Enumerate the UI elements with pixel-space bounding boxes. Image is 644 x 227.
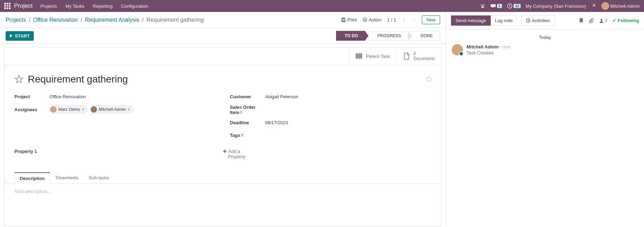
svg-point-5	[600, 19, 602, 20]
bookmark-icon[interactable]	[579, 18, 584, 23]
help-icon[interactable]: ?	[241, 134, 243, 138]
nav-mytasks[interactable]: My Tasks	[65, 4, 84, 9]
activities-icon[interactable]: 42	[507, 3, 521, 9]
parent-task-icon	[355, 53, 362, 60]
stage-done[interactable]: DONE	[412, 31, 440, 41]
nav-projects[interactable]: Projects	[40, 4, 57, 9]
followers-button[interactable]: 2	[599, 18, 607, 23]
chatter-date-label: Today	[452, 35, 638, 40]
user-menu[interactable]: Mitchell Admin	[601, 2, 640, 10]
following-button[interactable]: ✓ Following	[612, 18, 639, 23]
send-message-button[interactable]: Send message	[451, 15, 491, 26]
label-salesorder: Sales Order Item?	[230, 105, 265, 115]
help-icon[interactable]: ?	[240, 111, 242, 115]
log-note-button[interactable]: Log note	[491, 15, 517, 26]
top-navbar: Project Projects My Tasks Reporting Conf…	[0, 0, 644, 12]
breadcrumb-office-renovation[interactable]: Office Renovation	[33, 17, 78, 23]
user-name: Mitchell Admin	[610, 4, 640, 9]
label-deadline: Deadline	[230, 120, 265, 125]
field-deadline[interactable]: 08/17/2023	[265, 120, 288, 125]
label-project: Project	[14, 94, 50, 99]
task-title[interactable]: Requirement gathering	[28, 74, 422, 85]
remove-icon[interactable]: ×	[82, 107, 84, 112]
print-icon	[341, 18, 346, 22]
avatar	[601, 2, 609, 10]
breadcrumb-req-analysis[interactable]: Requirement Analysis	[85, 17, 140, 23]
chatter-message: Mitchell Admin - now Task Created	[452, 44, 638, 55]
clock-icon	[526, 18, 530, 23]
label-assignees: Assignees	[14, 107, 50, 112]
start-button[interactable]: START	[6, 31, 34, 41]
stage-progress[interactable]: PROGRESS	[368, 31, 408, 41]
form-sheet: Parent Task 0 Documents Requirement gath…	[4, 47, 442, 226]
field-customer[interactable]: Abigail Peterson	[265, 94, 298, 99]
parent-task-button[interactable]: Parent Task	[349, 48, 396, 65]
add-property-button[interactable]: ✚ Add a Property	[223, 149, 245, 159]
apps-icon[interactable]	[4, 3, 11, 9]
chatter-pane: Send message Log note Activities 2 ✓ Fol…	[446, 12, 644, 227]
document-icon	[403, 52, 410, 60]
message-time: - now	[500, 45, 510, 49]
avatar	[91, 106, 97, 113]
breadcrumb-bar: Projects / Office Renovation / Requireme…	[0, 12, 446, 28]
remove-icon[interactable]: ×	[128, 107, 130, 112]
debug-icon[interactable]	[591, 3, 597, 9]
state-dot[interactable]	[426, 77, 431, 82]
check-icon: ✓	[612, 18, 616, 23]
tab-timesheets[interactable]: Timesheets	[50, 172, 84, 183]
assignee-tag[interactable]: Marc Demo×	[50, 106, 87, 113]
pager[interactable]: 1 / 1	[387, 17, 396, 22]
svg-rect-2	[356, 55, 362, 56]
tab-subtasks[interactable]: Sub-tasks	[83, 172, 114, 183]
svg-rect-3	[356, 57, 362, 58]
property1-label: Property 1	[14, 149, 223, 159]
action-button[interactable]: Action	[362, 17, 381, 22]
user-icon	[599, 18, 604, 23]
message-text: Task Created	[466, 50, 638, 55]
tab-content-description[interactable]: Task description...	[5, 184, 441, 226]
new-button[interactable]: New	[422, 15, 440, 24]
label-customer: Customer	[230, 94, 265, 99]
plus-icon: ✚	[223, 149, 227, 159]
avatar[interactable]	[452, 44, 463, 55]
company-switcher[interactable]: My Company (San Francisco)	[526, 4, 586, 9]
tabs: Description Timesheets Sub-tasks	[5, 172, 441, 184]
documents-button[interactable]: 0 Documents	[396, 48, 441, 65]
label-tags: Tags?	[230, 133, 265, 138]
svg-rect-1	[356, 54, 362, 55]
app-brand[interactable]: Project	[14, 2, 33, 9]
activities-badge: 42	[514, 4, 521, 8]
assignee-tag[interactable]: Mitchell Admin×	[90, 106, 133, 113]
attachment-icon[interactable]	[589, 18, 594, 23]
description-placeholder: Task description...	[14, 189, 431, 194]
breadcrumb-projects[interactable]: Projects	[6, 17, 26, 23]
pager-next[interactable]: ›	[412, 17, 416, 23]
avatar	[50, 106, 57, 113]
stage-todo[interactable]: TO DO	[336, 31, 366, 41]
messages-icon[interactable]: 5	[490, 3, 502, 9]
field-assignees[interactable]: Marc Demo× Mitchell Admin×	[50, 106, 134, 114]
tab-description[interactable]: Description	[14, 172, 50, 184]
pager-prev[interactable]: ‹	[402, 17, 406, 23]
gear-icon	[362, 18, 367, 22]
status-bar: START TO DO PROGRESS DONE	[0, 28, 446, 44]
breadcrumb-current: Requirement gathering	[147, 17, 204, 23]
activities-button[interactable]: Activities	[521, 15, 554, 26]
field-project[interactable]: Office Renovation	[50, 94, 86, 99]
star-icon[interactable]	[14, 75, 24, 84]
nav-tray-icon[interactable]	[480, 3, 485, 9]
message-author[interactable]: Mitchell Admin	[466, 44, 499, 49]
print-button[interactable]: Print	[341, 17, 357, 22]
messages-badge: 5	[497, 4, 502, 8]
stage-pills: TO DO PROGRESS DONE	[336, 31, 440, 41]
nav-reporting[interactable]: Reporting	[93, 4, 112, 9]
nav-configuration[interactable]: Configuration	[121, 4, 148, 9]
